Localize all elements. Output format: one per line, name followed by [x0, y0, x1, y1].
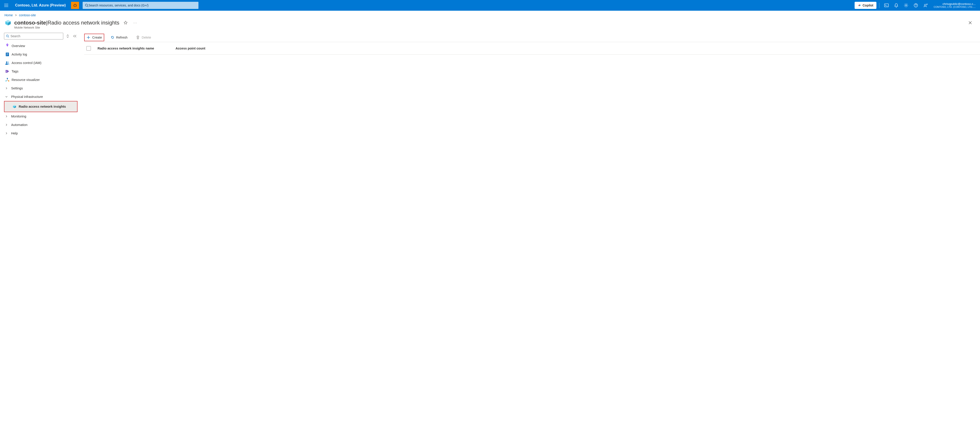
command-bar: Create Refresh Delete [84, 33, 980, 42]
portal-brand[interactable]: Contoso, Ltd. Azure (Preview) [11, 3, 69, 7]
account-menu[interactable]: chrisqpublic@contoso.c... CONTOSO, LTD. … [931, 2, 978, 9]
overview-icon [5, 44, 10, 48]
page-title: contoso-site | Radio access network insi… [14, 20, 119, 26]
create-label: Create [92, 36, 102, 39]
chevron-right-icon [5, 87, 9, 89]
account-tenant: CONTOSO, LTD. (CONTOSO, LTD..... [934, 6, 975, 8]
breadcrumb-resource[interactable]: contoso-site [19, 13, 36, 17]
sidebar-group-monitoring[interactable]: Monitoring [4, 112, 78, 121]
sidebar-collapse-button[interactable] [72, 34, 78, 39]
column-header-name[interactable]: Radio access network insights name [97, 46, 169, 50]
create-button[interactable]: Create [84, 34, 104, 41]
settings-button[interactable] [902, 1, 910, 10]
bell-icon [894, 3, 898, 8]
plus-icon [86, 35, 91, 40]
delete-label: Delete [142, 36, 151, 39]
sidebar-item-label: Physical infrastructure [11, 95, 43, 99]
copilot-icon [858, 3, 861, 7]
page-title-row: contoso-site | Radio access network insi… [0, 18, 980, 26]
copilot-label: Copilot [862, 3, 873, 7]
chevron-right-icon [5, 115, 9, 118]
chevron-right-icon [5, 124, 9, 126]
svg-point-11 [7, 45, 8, 45]
close-icon [969, 21, 972, 24]
resource-menu: Overview Activity log Access control (IA… [4, 33, 78, 137]
breadcrumb-home[interactable]: Home [5, 13, 13, 17]
account-email: chrisqpublic@contoso.c... [943, 2, 975, 6]
sidebar-item-tags[interactable]: Tags [4, 67, 78, 75]
sidebar-group-help[interactable]: Help [4, 129, 78, 137]
double-chevron-left-icon [73, 35, 76, 38]
close-blade-button[interactable] [967, 19, 974, 26]
chevron-right-icon [5, 132, 9, 134]
star-icon [124, 21, 127, 25]
svg-point-10 [6, 35, 8, 37]
sidebar-search[interactable] [4, 33, 63, 40]
search-icon [85, 3, 88, 7]
more-commands-button[interactable]: ··· [132, 19, 139, 26]
sidebar-group-settings[interactable]: Settings [4, 84, 78, 93]
search-icon [6, 35, 9, 38]
sidebar-item-label: Settings [11, 86, 23, 90]
sidebar-item-label: Overview [11, 44, 25, 48]
svg-rect-13 [6, 53, 8, 54]
sort-icon [66, 34, 69, 38]
svg-point-6 [924, 4, 926, 6]
sidebar-item-label: Access control (IAM) [11, 61, 41, 65]
ellipsis-icon: ··· [134, 21, 137, 24]
resource-type-icon [5, 19, 11, 26]
sidebar-sort-button[interactable] [65, 34, 70, 39]
help-button[interactable] [912, 1, 920, 10]
copilot-button[interactable]: Copilot [854, 2, 877, 9]
sidebar-group-physical-infrastructure[interactable]: Physical infrastructure [4, 93, 78, 101]
hamburger-menu-button[interactable] [2, 1, 11, 10]
sidebar-item-label: Resource visualizer [11, 78, 40, 81]
svg-rect-14 [6, 54, 8, 54]
table-header-row: Radio access network insights name Acces… [84, 42, 980, 54]
notifications-button[interactable] [892, 1, 901, 10]
help-icon [914, 3, 918, 8]
svg-rect-2 [885, 4, 888, 7]
bug-icon [73, 3, 77, 7]
sidebar-item-label: Activity log [11, 53, 27, 56]
svg-point-16 [6, 62, 7, 63]
tags-icon [5, 69, 10, 73]
svg-point-19 [7, 78, 8, 79]
gear-icon [904, 3, 908, 8]
svg-point-1 [85, 4, 88, 6]
global-header: Contoso, Ltd. Azure (Preview) Copilot ch… [0, 0, 980, 11]
hamburger-icon [4, 4, 8, 7]
sidebar-item-overview[interactable]: Overview [4, 41, 78, 50]
sidebar-item-label: Tags [11, 70, 19, 73]
sidebar-item-ran-insights[interactable]: Radio access network insights [4, 101, 78, 112]
chevron-down-icon [5, 96, 9, 98]
cloud-shell-icon [884, 3, 889, 7]
select-all-checkbox[interactable] [86, 46, 91, 51]
delete-button: Delete [134, 34, 153, 41]
sidebar-search-input[interactable] [11, 34, 61, 38]
resource-visualizer-icon [5, 78, 10, 82]
column-header-count[interactable]: Access point count [175, 46, 205, 50]
activity-log-icon [5, 53, 10, 56]
refresh-label: Refresh [116, 36, 127, 39]
refresh-button[interactable]: Refresh [108, 34, 130, 41]
favorite-button[interactable] [122, 19, 129, 26]
feedback-button[interactable] [921, 1, 930, 10]
cloud-shell-button[interactable] [882, 1, 891, 10]
svg-point-17 [8, 62, 9, 63]
global-search[interactable] [83, 2, 199, 9]
sidebar-item-label: Help [11, 131, 18, 135]
breadcrumb: Home > contoso-site [0, 11, 980, 18]
preview-bug-button[interactable] [71, 2, 79, 9]
sidebar-item-access-control[interactable]: Access control (IAM) [4, 59, 78, 67]
main-content: Create Refresh Delete Radio access netwo… [78, 33, 980, 54]
sidebar-item-activity-log[interactable]: Activity log [4, 50, 78, 59]
sidebar-group-automation[interactable]: Automation [4, 121, 78, 129]
ran-insights-icon [13, 105, 16, 108]
global-search-input[interactable] [88, 3, 196, 7]
sidebar-item-label: Radio access network insights [19, 105, 66, 108]
page-title-name: contoso-site [14, 20, 46, 26]
sidebar-item-resource-visualizer[interactable]: Resource visualizer [4, 75, 78, 84]
refresh-icon [110, 35, 115, 40]
access-control-icon [5, 61, 10, 65]
